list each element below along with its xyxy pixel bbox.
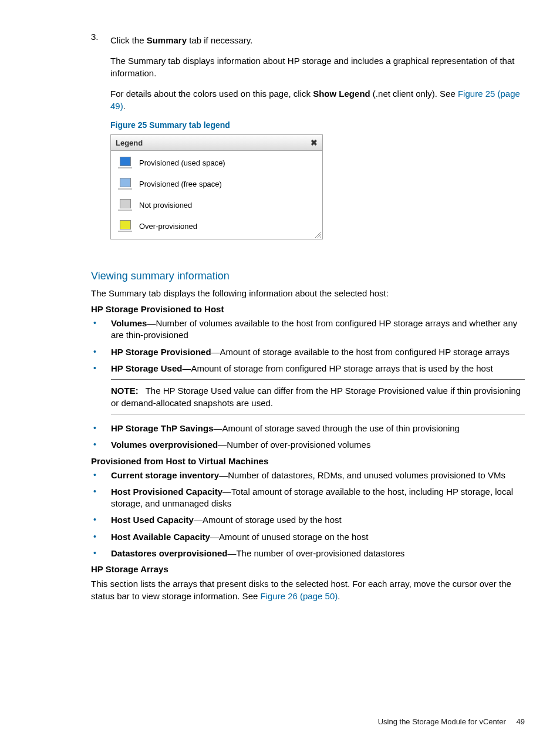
bullet-icon: • <box>93 548 100 559</box>
svg-line-2 <box>320 237 321 238</box>
list-item: Host Used Capacity—Amount of storage use… <box>111 514 525 526</box>
show-legend-bold: Show Legend <box>313 89 370 99</box>
legend-label: Not provisioned <box>139 201 192 210</box>
bullet-icon: • <box>93 423 100 434</box>
list-item: Host Available Capacity—Amount of unused… <box>111 531 525 543</box>
term: Host Used Capacity <box>111 515 194 525</box>
legend-label: Provisioned (used space) <box>139 158 225 167</box>
sec3-end: . <box>338 591 340 601</box>
term: Datastores overprovisioned <box>111 548 227 558</box>
step-para2-post: (.net client only). See <box>370 89 458 99</box>
list-item: HP Storage Provisioned—Amount of storage… <box>111 346 525 358</box>
bullet-icon: • <box>93 470 100 481</box>
bullet-icon: • <box>93 318 100 342</box>
step-content: Click the Summary tab if necessary. The … <box>110 32 525 257</box>
list-item: HP Storage ThP Savings—Amount of storage… <box>111 423 525 434</box>
bullet-icon: • <box>93 363 100 374</box>
term: HP Storage ThP Savings <box>111 423 214 433</box>
desc: —Amount of storage saved through the use… <box>214 423 460 433</box>
legend-label: Provisioned (free space) <box>139 180 222 188</box>
summary-bold: Summary <box>147 35 187 45</box>
list-item: Volumes—Number of volumes available to t… <box>111 318 525 342</box>
desc: —Amount of storage from configured HP st… <box>182 363 492 373</box>
desc: —Number of volumes available to the host… <box>111 318 517 340</box>
legend-row: Not provisioned <box>118 199 315 211</box>
term: HP Storage Provisioned <box>111 347 211 357</box>
figure26-link[interactable]: Figure 26 (page 50) <box>260 591 338 601</box>
bullet-icon: • <box>93 439 100 451</box>
step-para2: For details about the colors used on thi… <box>110 87 525 112</box>
step-line1-pre: Click the <box>110 35 147 45</box>
viewing-intro: The Summary tab displays the following i… <box>91 287 525 299</box>
list-item: Host Provisioned Capacity—Total amount o… <box>111 486 525 510</box>
bullet-icon: • <box>93 531 100 543</box>
page-number: 49 <box>517 717 525 726</box>
desc: —Amount of storage available to the host… <box>211 347 510 357</box>
legend-label: Over-provisioned <box>139 222 197 231</box>
bullet-icon: • <box>93 486 100 510</box>
legend-row: Provisioned (used space) <box>118 157 315 168</box>
legend-panel: Legend ✖ Provisioned (used space) Provis… <box>110 134 323 239</box>
legend-row: Provisioned (free space) <box>118 178 315 190</box>
bullet-icon: • <box>93 346 100 358</box>
term: Host Provisioned Capacity <box>111 487 222 497</box>
step-line1: Click the Summary tab if necessary. <box>110 34 525 46</box>
note-block: NOTE:The HP Storage Used value can diffe… <box>111 379 525 414</box>
term: Host Available Capacity <box>111 532 210 542</box>
term: Volumes <box>111 318 147 328</box>
desc: —Amount of unused storage on the host <box>210 532 368 542</box>
term: Volumes overprovisioned <box>111 440 218 450</box>
step-line1-post: tab if necessary. <box>187 35 252 45</box>
sec1-title: HP Storage Provisioned to Host <box>91 304 525 314</box>
desc: —The number of over-provisioned datastor… <box>227 548 404 558</box>
bullet-icon: • <box>93 514 100 526</box>
sec2-title: Provisioned from Host to Virtual Machine… <box>91 456 525 466</box>
note-label: NOTE: <box>111 386 139 396</box>
step-para1: The Summary tab displays information abo… <box>110 55 525 79</box>
step-number: 3. <box>91 32 100 257</box>
desc: —Number of datastores, RDMs, and unused … <box>219 470 505 480</box>
swatch-not-provisioned <box>120 199 131 208</box>
legend-title: Legend <box>116 139 143 147</box>
desc: —Number of over-provisioned volumes <box>218 440 370 450</box>
footer-text: Using the Storage Module for vCenter <box>378 717 506 726</box>
sec3-para: This section lists the arrays that prese… <box>91 578 525 602</box>
sec3-title: HP Storage Arrays <box>91 564 525 574</box>
legend-header: Legend ✖ <box>111 135 322 151</box>
step-para2-end: . <box>123 101 126 111</box>
viewing-heading: Viewing summary information <box>91 270 525 282</box>
list-item: Current storage inventory—Number of data… <box>111 470 525 481</box>
legend-body: Provisioned (used space) Provisioned (fr… <box>111 151 322 239</box>
page-footer: Using the Storage Module for vCenter 49 <box>378 717 525 726</box>
figure25-caption: Figure 25 Summary tab legend <box>110 120 525 130</box>
swatch-over-provisioned <box>120 220 131 229</box>
swatch-provisioned-used <box>120 157 131 166</box>
step-para2-pre: For details about the colors used on thi… <box>110 89 313 99</box>
legend-row: Over-provisioned <box>118 220 315 232</box>
close-icon[interactable]: ✖ <box>311 138 318 147</box>
term: Current storage inventory <box>111 470 219 480</box>
list-item: HP Storage Used—Amount of storage from c… <box>111 363 525 374</box>
term: HP Storage Used <box>111 363 182 373</box>
swatch-provisioned-free <box>120 178 131 187</box>
note-text: The HP Storage Used value can differ fro… <box>111 386 521 408</box>
desc: —Amount of storage used by the host <box>194 515 342 525</box>
resize-grip-icon[interactable] <box>313 230 322 238</box>
list-item: Volumes overprovisioned—Number of over-p… <box>111 439 525 451</box>
list-item: Datastores overprovisioned—The number of… <box>111 548 525 559</box>
